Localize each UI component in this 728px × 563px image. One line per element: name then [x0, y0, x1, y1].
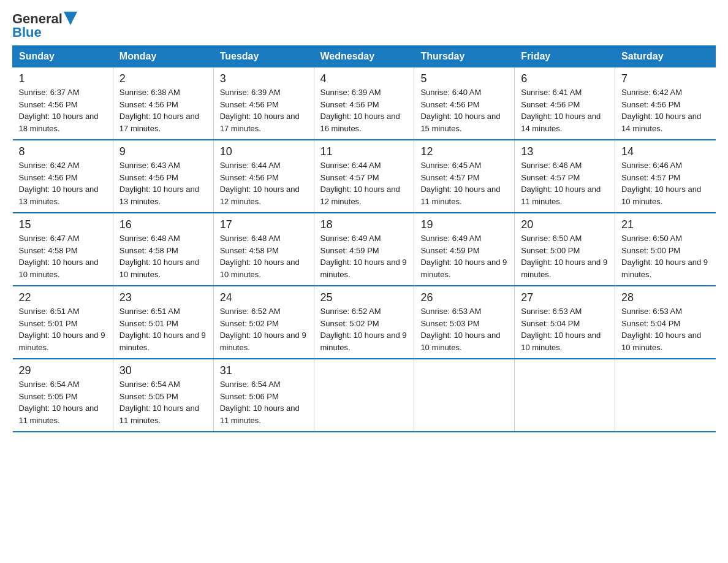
calendar-cell: 20 Sunrise: 6:50 AM Sunset: 5:00 PM Dayl… [515, 213, 615, 286]
calendar-cell: 31 Sunrise: 6:54 AM Sunset: 5:06 PM Dayl… [213, 359, 314, 432]
calendar-cell: 24 Sunrise: 6:52 AM Sunset: 5:02 PM Dayl… [213, 286, 314, 359]
day-header-friday: Friday [515, 46, 615, 67]
calendar-cell: 26 Sunrise: 6:53 AM Sunset: 5:03 PM Dayl… [414, 286, 515, 359]
day-info: Sunrise: 6:39 AM Sunset: 4:56 PM Dayligh… [320, 86, 408, 134]
day-number: 11 [320, 145, 408, 158]
day-info: Sunrise: 6:46 AM Sunset: 4:57 PM Dayligh… [621, 159, 709, 207]
calendar-cell: 18 Sunrise: 6:49 AM Sunset: 4:59 PM Dayl… [314, 213, 414, 286]
day-number: 1 [19, 72, 107, 85]
calendar-cell [615, 359, 716, 432]
calendar-cell [414, 359, 515, 432]
calendar-cell: 13 Sunrise: 6:46 AM Sunset: 4:57 PM Dayl… [515, 140, 615, 213]
day-header-monday: Monday [113, 46, 213, 67]
calendar-cell: 8 Sunrise: 6:42 AM Sunset: 4:56 PM Dayli… [13, 140, 113, 213]
day-header-saturday: Saturday [615, 46, 716, 67]
day-number: 3 [220, 72, 308, 85]
calendar-week-2: 8 Sunrise: 6:42 AM Sunset: 4:56 PM Dayli… [13, 140, 716, 213]
day-info: Sunrise: 6:53 AM Sunset: 5:03 PM Dayligh… [420, 305, 508, 353]
day-number: 29 [19, 364, 107, 377]
day-info: Sunrise: 6:38 AM Sunset: 4:56 PM Dayligh… [119, 86, 207, 134]
day-info: Sunrise: 6:42 AM Sunset: 4:56 PM Dayligh… [19, 159, 107, 207]
day-number: 7 [621, 72, 709, 85]
day-header-sunday: Sunday [13, 46, 113, 67]
calendar-cell: 14 Sunrise: 6:46 AM Sunset: 4:57 PM Dayl… [615, 140, 716, 213]
day-info: Sunrise: 6:49 AM Sunset: 4:59 PM Dayligh… [420, 232, 508, 280]
day-number: 24 [220, 291, 308, 304]
day-info: Sunrise: 6:48 AM Sunset: 4:58 PM Dayligh… [119, 232, 207, 280]
day-info: Sunrise: 6:51 AM Sunset: 5:01 PM Dayligh… [19, 305, 107, 353]
day-info: Sunrise: 6:39 AM Sunset: 4:56 PM Dayligh… [220, 86, 308, 134]
day-info: Sunrise: 6:44 AM Sunset: 4:56 PM Dayligh… [220, 159, 308, 207]
calendar-cell: 23 Sunrise: 6:51 AM Sunset: 5:01 PM Dayl… [113, 286, 213, 359]
calendar-week-1: 1 Sunrise: 6:37 AM Sunset: 4:56 PM Dayli… [13, 67, 716, 140]
day-number: 26 [420, 291, 508, 304]
day-info: Sunrise: 6:37 AM Sunset: 4:56 PM Dayligh… [19, 86, 107, 134]
day-number: 2 [119, 72, 207, 85]
calendar-cell: 1 Sunrise: 6:37 AM Sunset: 4:56 PM Dayli… [13, 67, 113, 140]
calendar-cell: 16 Sunrise: 6:48 AM Sunset: 4:58 PM Dayl… [113, 213, 213, 286]
calendar-cell: 6 Sunrise: 6:41 AM Sunset: 4:56 PM Dayli… [515, 67, 615, 140]
day-number: 25 [320, 291, 408, 304]
day-number: 19 [420, 218, 508, 231]
day-number: 17 [220, 218, 308, 231]
day-number: 12 [420, 145, 508, 158]
calendar-cell: 29 Sunrise: 6:54 AM Sunset: 5:05 PM Dayl… [13, 359, 113, 432]
calendar-cell: 22 Sunrise: 6:51 AM Sunset: 5:01 PM Dayl… [13, 286, 113, 359]
day-info: Sunrise: 6:52 AM Sunset: 5:02 PM Dayligh… [320, 305, 408, 353]
day-info: Sunrise: 6:40 AM Sunset: 4:56 PM Dayligh… [420, 86, 508, 134]
day-number: 8 [19, 145, 107, 158]
day-info: Sunrise: 6:43 AM Sunset: 4:56 PM Dayligh… [119, 159, 207, 207]
calendar-cell: 17 Sunrise: 6:48 AM Sunset: 4:58 PM Dayl… [213, 213, 314, 286]
day-info: Sunrise: 6:53 AM Sunset: 5:04 PM Dayligh… [521, 305, 609, 353]
day-number: 15 [19, 218, 107, 231]
calendar-cell: 25 Sunrise: 6:52 AM Sunset: 5:02 PM Dayl… [314, 286, 414, 359]
calendar-cell: 9 Sunrise: 6:43 AM Sunset: 4:56 PM Dayli… [113, 140, 213, 213]
page-header: General Blue [12, 12, 716, 39]
calendar-week-4: 22 Sunrise: 6:51 AM Sunset: 5:01 PM Dayl… [13, 286, 716, 359]
day-header-tuesday: Tuesday [213, 46, 314, 67]
calendar-week-3: 15 Sunrise: 6:47 AM Sunset: 4:58 PM Dayl… [13, 213, 716, 286]
logo-blue: Blue [12, 26, 42, 39]
calendar-cell: 28 Sunrise: 6:53 AM Sunset: 5:04 PM Dayl… [615, 286, 716, 359]
logo-general: General [12, 12, 63, 26]
day-number: 14 [621, 145, 709, 158]
day-info: Sunrise: 6:44 AM Sunset: 4:57 PM Dayligh… [320, 159, 408, 207]
day-info: Sunrise: 6:45 AM Sunset: 4:57 PM Dayligh… [420, 159, 508, 207]
calendar-cell: 2 Sunrise: 6:38 AM Sunset: 4:56 PM Dayli… [113, 67, 213, 140]
day-info: Sunrise: 6:54 AM Sunset: 5:05 PM Dayligh… [19, 378, 107, 426]
day-number: 13 [521, 145, 609, 158]
day-header-wednesday: Wednesday [314, 46, 414, 67]
day-number: 22 [19, 291, 107, 304]
day-number: 28 [621, 291, 709, 304]
day-info: Sunrise: 6:54 AM Sunset: 5:05 PM Dayligh… [119, 378, 207, 426]
calendar-cell: 10 Sunrise: 6:44 AM Sunset: 4:56 PM Dayl… [213, 140, 314, 213]
day-number: 16 [119, 218, 207, 231]
calendar-cell: 7 Sunrise: 6:42 AM Sunset: 4:56 PM Dayli… [615, 67, 716, 140]
day-info: Sunrise: 6:54 AM Sunset: 5:06 PM Dayligh… [220, 378, 308, 426]
calendar-cell: 4 Sunrise: 6:39 AM Sunset: 4:56 PM Dayli… [314, 67, 414, 140]
day-header-thursday: Thursday [414, 46, 515, 67]
calendar-cell: 30 Sunrise: 6:54 AM Sunset: 5:05 PM Dayl… [113, 359, 213, 432]
day-number: 20 [521, 218, 609, 231]
calendar-cell: 27 Sunrise: 6:53 AM Sunset: 5:04 PM Dayl… [515, 286, 615, 359]
day-number: 5 [420, 72, 508, 85]
calendar-week-5: 29 Sunrise: 6:54 AM Sunset: 5:05 PM Dayl… [13, 359, 716, 432]
day-info: Sunrise: 6:46 AM Sunset: 4:57 PM Dayligh… [521, 159, 609, 207]
day-number: 9 [119, 145, 207, 158]
calendar-cell: 12 Sunrise: 6:45 AM Sunset: 4:57 PM Dayl… [414, 140, 515, 213]
calendar-cell: 21 Sunrise: 6:50 AM Sunset: 5:00 PM Dayl… [615, 213, 716, 286]
day-number: 18 [320, 218, 408, 231]
day-number: 30 [119, 364, 207, 377]
day-info: Sunrise: 6:48 AM Sunset: 4:58 PM Dayligh… [220, 232, 308, 280]
calendar-table: SundayMondayTuesdayWednesdayThursdayFrid… [12, 45, 716, 432]
day-number: 6 [521, 72, 609, 85]
day-info: Sunrise: 6:42 AM Sunset: 4:56 PM Dayligh… [621, 86, 709, 134]
calendar-cell: 5 Sunrise: 6:40 AM Sunset: 4:56 PM Dayli… [414, 67, 515, 140]
logo-triangle-icon [64, 12, 77, 25]
calendar-cell: 19 Sunrise: 6:49 AM Sunset: 4:59 PM Dayl… [414, 213, 515, 286]
calendar-cell [515, 359, 615, 432]
svg-marker-0 [64, 12, 77, 25]
logo: General Blue [12, 12, 77, 39]
calendar-cell: 3 Sunrise: 6:39 AM Sunset: 4:56 PM Dayli… [213, 67, 314, 140]
day-info: Sunrise: 6:53 AM Sunset: 5:04 PM Dayligh… [621, 305, 709, 353]
